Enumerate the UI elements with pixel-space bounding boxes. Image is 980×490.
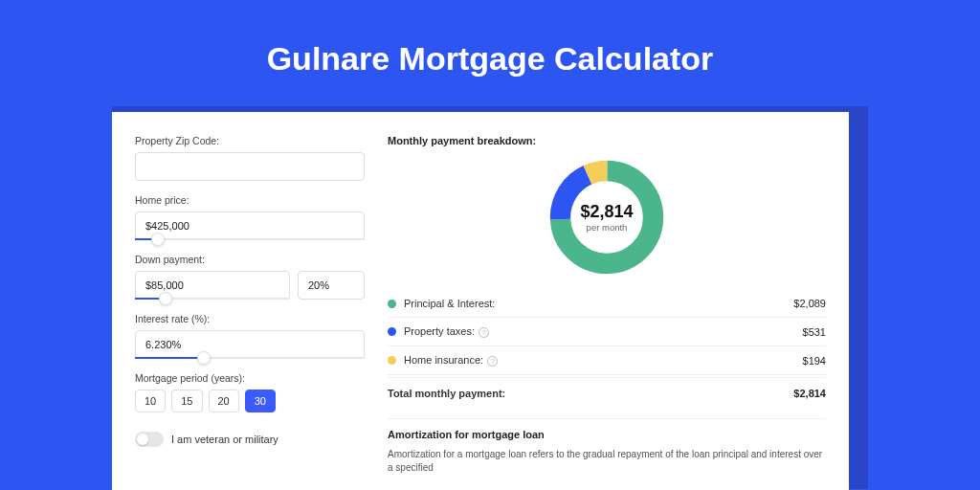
total-row: Total monthly payment: $2,814 (388, 377, 826, 405)
donut-amount: $2,814 (580, 202, 633, 222)
legend-row-insurance: Home insurance:? $194 (388, 346, 826, 375)
slider-thumb[interactable] (151, 233, 165, 246)
legend-row-taxes: Property taxes:? $531 (388, 318, 826, 346)
donut-sub: per month (580, 222, 633, 233)
veteran-label: I am veteran or military (171, 434, 278, 445)
toggle-knob (137, 434, 148, 445)
period-option-20[interactable]: 20 (209, 390, 239, 412)
down-payment-group: Down payment: (135, 254, 365, 300)
home-price-label: Home price: (135, 194, 365, 206)
slider-thumb[interactable] (159, 292, 172, 305)
period-label: Mortgage period (years): (135, 372, 365, 384)
card-shadow: Property Zip Code: Home price: Down paym… (112, 106, 868, 489)
interest-label: Interest rate (%): (135, 313, 365, 324)
legend-dot-icon (388, 300, 396, 308)
zip-label: Property Zip Code: (135, 135, 365, 146)
legend-label: Principal & Interest: (404, 298, 793, 309)
period-option-15[interactable]: 15 (171, 390, 202, 412)
donut-center: $2,814 per month (580, 202, 633, 233)
legend-dot-icon (388, 356, 396, 365)
page-title: Gulnare Mortgage Calculator (0, 0, 980, 106)
period-pills: 10 15 20 30 (135, 390, 365, 412)
down-payment-slider[interactable] (135, 298, 290, 300)
legend-row-principal: Principal & Interest: $2,089 (388, 290, 826, 318)
down-payment-input[interactable] (135, 271, 290, 300)
legend-value: $194 (803, 355, 826, 367)
form-panel: Property Zip Code: Home price: Down paym… (135, 135, 365, 472)
period-option-10[interactable]: 10 (135, 390, 166, 412)
veteran-toggle[interactable] (135, 432, 164, 447)
zip-input[interactable] (135, 152, 365, 181)
legend-value: $531 (803, 326, 826, 338)
legend-value: $2,089 (793, 298, 826, 309)
total-label: Total monthly payment: (388, 388, 793, 399)
amortization-title: Amortization for mortgage loan (388, 429, 826, 440)
breakdown-panel: Monthly payment breakdown: $2,814 per mo… (388, 135, 826, 472)
calculator-card: Property Zip Code: Home price: Down paym… (112, 112, 849, 490)
interest-input[interactable] (135, 330, 365, 359)
period-option-30[interactable]: 30 (245, 390, 276, 412)
donut-chart-wrap: $2,814 per month (388, 156, 826, 278)
down-payment-label: Down payment: (135, 254, 365, 265)
info-icon[interactable]: ? (479, 327, 489, 338)
down-payment-pct-input[interactable] (298, 271, 365, 300)
donut-chart: $2,814 per month (546, 156, 668, 278)
period-group: Mortgage period (years): 10 15 20 30 (135, 372, 365, 412)
veteran-row: I am veteran or military (135, 432, 365, 447)
home-price-input[interactable] (135, 212, 365, 240)
separator (388, 418, 826, 419)
total-value: $2,814 (793, 388, 826, 399)
interest-group: Interest rate (%): (135, 313, 365, 359)
legend-dot-icon (388, 327, 396, 336)
breakdown-title: Monthly payment breakdown: (388, 135, 826, 146)
info-icon[interactable]: ? (487, 356, 498, 367)
interest-slider[interactable] (135, 357, 365, 359)
zip-group: Property Zip Code: (135, 135, 365, 181)
home-price-group: Home price: (135, 194, 365, 240)
slider-thumb[interactable] (197, 351, 211, 365)
legend-label: Home insurance:? (404, 354, 803, 367)
legend-label: Property taxes:? (404, 325, 803, 338)
home-price-slider[interactable] (135, 238, 365, 240)
amortization-body: Amortization for a mortgage loan refers … (388, 448, 826, 475)
